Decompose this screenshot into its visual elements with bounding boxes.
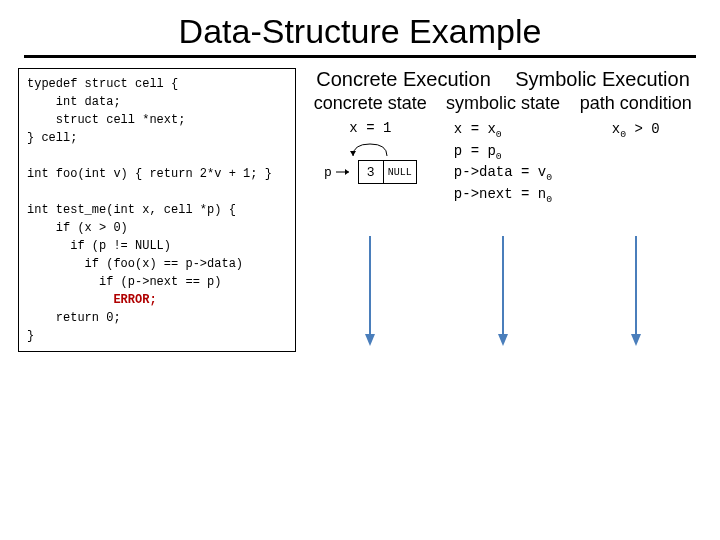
symbolic-state-header: symbolic state [437,93,570,114]
sym-line-next: p->next = n0 [454,185,552,207]
code-listing: typedef struct cell { int data; struct c… [18,68,296,352]
sym-line-data: p->data = v0 [454,163,552,185]
path-condition-header: path condition [569,93,702,114]
code-l12: if (p->next == p) [27,275,221,289]
ptr-label: p [324,165,332,180]
slide-title: Data-Structure Example [0,12,720,51]
sym-line-x: x = x0 [454,120,552,142]
cell-box: 3 NULL [358,160,417,184]
symbolic-column: x = x0 p = p0 p->data = v0 p->next = n0 [437,120,570,206]
down-arrow-icon [496,236,510,346]
execution-panel: Concrete Execution Symbolic Execution co… [304,68,702,352]
code-l9: if (x > 0) [27,221,128,235]
path-cond-line: x0 > 0 [612,120,660,142]
code-l6: int foo(int v) { return 2*v + 1; } [27,167,272,181]
exec-headers: Concrete Execution Symbolic Execution [304,68,702,91]
path-column: x0 > 0 [569,120,702,206]
concrete-x-assign: x = 1 [349,120,391,136]
code-l4: } cell; [27,131,77,145]
self-loop-arrow [335,142,405,158]
ptr-arrow-icon [336,167,354,177]
exec-body: x = 1 p 3 NULL [304,120,702,206]
concrete-header: Concrete Execution [304,68,503,91]
code-l1: typedef struct cell { [27,77,178,91]
symbolic-state-lines: x = x0 p = p0 p->data = v0 p->next = n0 [454,120,552,206]
code-l14: return 0; [27,311,121,325]
code-l15: } [27,329,34,343]
symbolic-header: Symbolic Execution [503,68,702,91]
exec-subheaders: concrete state symbolic state path condi… [304,93,702,114]
down-arrow-icon [629,236,643,346]
code-error: ERROR; [27,293,157,307]
concrete-column: x = 1 p 3 NULL [304,120,437,206]
down-arrows-row [304,236,702,346]
title-divider [24,55,696,58]
code-l2: int data; [27,95,121,109]
content-area: typedef struct cell { int data; struct c… [0,68,720,352]
concrete-cell-diagram: p 3 NULL [324,160,417,184]
code-l10: if (p != NULL) [27,239,171,253]
concrete-state-header: concrete state [304,93,437,114]
code-l8: int test_me(int x, cell *p) { [27,203,236,217]
code-l3: struct cell *next; [27,113,185,127]
sym-line-p: p = p0 [454,142,552,164]
down-arrow-icon [363,236,377,346]
cell-next: NULL [384,161,416,183]
cell-data: 3 [359,161,384,183]
code-l11: if (foo(x) == p->data) [27,257,243,271]
